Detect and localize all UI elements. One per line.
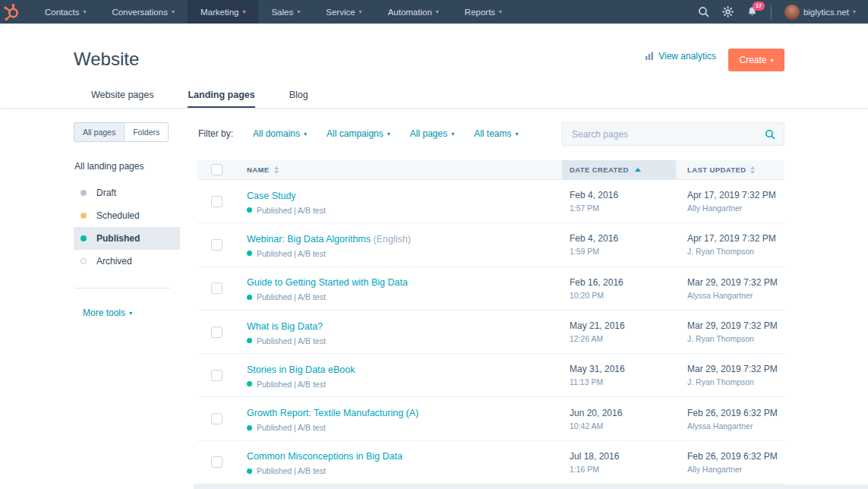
sidebar: All pages Folders All landing pages Draf…: [74, 122, 180, 319]
divider: [74, 288, 170, 289]
row-checkbox[interactable]: [211, 370, 223, 381]
status-dot-icon: [80, 258, 87, 264]
column-header-name[interactable]: NAME: [247, 160, 562, 179]
search-pages-input[interactable]: [563, 129, 765, 140]
page-name-cell: Guide to Getting Started with Big Data P…: [247, 275, 562, 301]
date-created-cell: Jul 18, 2016 1:16 PM: [562, 451, 676, 474]
row-checkbox[interactable]: [211, 456, 223, 468]
view-toggle: All pages Folders: [74, 122, 180, 142]
published-dot-icon: [247, 207, 252, 213]
column-header-last-updated[interactable]: LAST UPDATED: [687, 160, 784, 179]
filter-dropdown[interactable]: All teams ▾: [474, 128, 518, 139]
nav-menu-item[interactable]: Automation ▾: [375, 0, 452, 24]
published-dot-icon: [247, 251, 252, 256]
search-icon[interactable]: [765, 129, 775, 140]
filter-dropdown[interactable]: All pages ▾: [410, 128, 454, 139]
account-name: biglytics.net: [803, 8, 849, 17]
folders-toggle[interactable]: Folders: [124, 122, 169, 142]
page-status: Published | A/B test: [247, 380, 562, 389]
sort-ascending-icon: [635, 168, 641, 172]
status-filter-item[interactable]: Published: [74, 227, 180, 250]
page-name-cell: What is Big Data? Published | A/B test: [247, 319, 562, 345]
row-checkbox[interactable]: [211, 282, 223, 294]
filter-dropdown[interactable]: All domains ▾: [253, 128, 307, 139]
filter-bar: Filter by: All domains ▾ All campaigns ▾…: [198, 128, 519, 139]
table-row: What is Big Data? Published | A/B test M…: [197, 311, 784, 354]
published-dot-icon: [247, 338, 252, 343]
chevron-down-icon: ▾: [771, 57, 774, 64]
date-created-cell: Jun 20, 2016 10:42 AM: [562, 408, 676, 431]
row-checkbox[interactable]: [211, 413, 223, 424]
content-tabs: Website pages Landing pages Blog: [91, 90, 308, 109]
page-title: Website: [74, 49, 139, 70]
page-link[interactable]: Webinar: Big Data Algorithms (English): [247, 234, 411, 244]
page-link[interactable]: Case Study: [247, 191, 296, 201]
row-checkbox-cell: [197, 456, 247, 468]
nav-menu-item[interactable]: Reports ▾: [452, 0, 515, 24]
status-filter-item[interactable]: Archived: [74, 250, 180, 273]
page-link[interactable]: Stories in Big Data eBook: [247, 364, 355, 375]
header-actions: View analytics: [645, 51, 716, 62]
primary-nav-menu: Contacts ▾ Conversations ▾ Marketing ▾ S…: [32, 0, 515, 24]
account-menu[interactable]: biglytics.net ▾: [784, 5, 856, 20]
nav-menu-item[interactable]: Service ▾: [313, 0, 374, 24]
hubspot-logo-icon[interactable]: [3, 3, 21, 21]
more-tools-link[interactable]: More tools ▾: [83, 308, 132, 318]
row-checkbox-cell: [197, 282, 247, 294]
nav-menu-item[interactable]: Contacts ▾: [32, 0, 99, 24]
row-checkbox[interactable]: [211, 196, 223, 207]
column-gap: [676, 160, 687, 179]
status-filter-item[interactable]: Scheduled: [74, 204, 180, 227]
last-updated-cell: Mar 29, 2019 7:32 PM J. Ryan Thompson: [687, 320, 784, 343]
page-status: Published | A/B test: [247, 206, 562, 215]
column-header-date-created[interactable]: DATE CREATED: [562, 160, 676, 179]
page-name-cell: Case Study Published | A/B test: [247, 188, 562, 215]
page-link[interactable]: What is Big Data?: [247, 321, 323, 332]
row-checkbox-cell: [197, 196, 247, 207]
notifications-bell-icon[interactable]: 17: [746, 6, 758, 17]
select-all-checkbox[interactable]: [211, 164, 223, 175]
row-checkbox-cell: [197, 413, 247, 424]
notification-count-badge: 17: [753, 2, 765, 11]
all-pages-toggle[interactable]: All pages: [74, 122, 124, 142]
gear-icon[interactable]: [722, 6, 734, 17]
sidebar-section-label[interactable]: All landing pages: [74, 161, 180, 172]
search-icon[interactable]: [698, 6, 709, 17]
row-checkbox-cell: [197, 327, 247, 338]
view-analytics-link[interactable]: View analytics: [645, 51, 716, 62]
last-updated-cell: Apr 17, 2019 7:32 PM Ally Hangartner: [687, 190, 784, 213]
row-checkbox[interactable]: [211, 327, 223, 338]
filter-dropdown[interactable]: All campaigns ▾: [327, 128, 390, 139]
status-filter-item[interactable]: Draft: [74, 181, 180, 204]
table-row: Stories in Big Data eBook Published | A/…: [197, 354, 784, 397]
page-link[interactable]: Growth Report: Textile Manufacturing (A): [247, 408, 418, 418]
divider: [771, 5, 772, 19]
nav-menu-item[interactable]: Marketing ▾: [188, 0, 259, 24]
sort-icon: [750, 166, 755, 174]
hubspot-app: Contacts ▾ Conversations ▾ Marketing ▾ S…: [0, 0, 868, 489]
last-updated-cell: Feb 26, 2019 6:32 PM Alyssa Hangartner: [687, 408, 784, 431]
chevron-down-icon: ▾: [451, 131, 454, 137]
last-updated-cell: Mar 29, 2019 7:32 PM Alyssa Hangartner: [687, 277, 784, 300]
filter-by-label: Filter by:: [198, 128, 233, 139]
date-created-cell: Feb 16, 2016 10:20 PM: [562, 277, 676, 300]
nav-menu-item[interactable]: Sales ▾: [258, 0, 313, 24]
tab[interactable]: Landing pages: [188, 90, 254, 109]
page-name-cell: Common Misconceptions in Big Data Publis…: [247, 449, 562, 475]
page-link[interactable]: Guide to Getting Started with Big Data: [247, 277, 408, 288]
row-checkbox-cell: [197, 239, 247, 251]
avatar: [784, 5, 800, 20]
chevron-down-icon: ▾: [436, 8, 439, 15]
header-checkbox-cell: [197, 160, 247, 179]
table-row: Case Study Published | A/B test Feb 4, 2…: [197, 180, 784, 223]
filter-dropdowns: All domains ▾ All campaigns ▾ All pages …: [253, 128, 519, 139]
page-status: Published | A/B test: [247, 336, 562, 345]
tab[interactable]: Website pages: [91, 90, 153, 109]
nav-menu-item[interactable]: Conversations ▾: [99, 0, 188, 24]
page-link[interactable]: Common Misconceptions in Big Data: [247, 451, 402, 462]
row-checkbox[interactable]: [211, 239, 223, 251]
create-button[interactable]: Create ▾: [728, 49, 784, 71]
tab[interactable]: Blog: [289, 90, 308, 109]
chevron-down-icon: ▾: [853, 8, 856, 15]
page-status: Published | A/B test: [247, 466, 562, 475]
